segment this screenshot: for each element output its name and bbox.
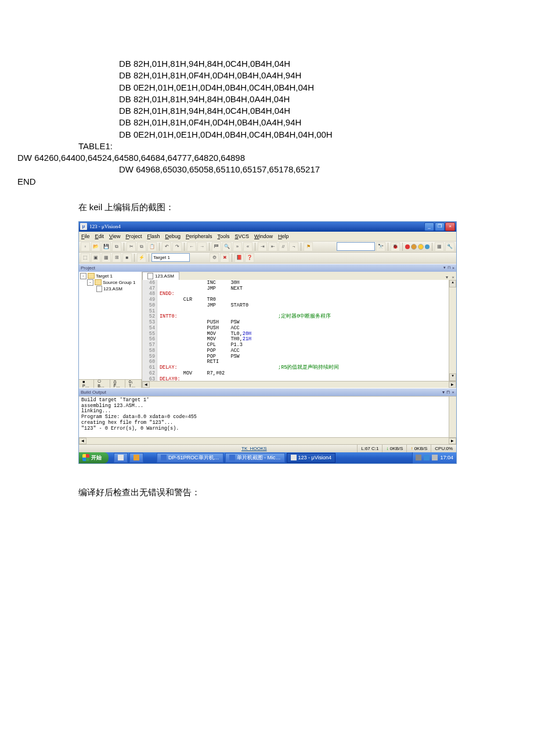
help-icon[interactable]: ❓ [245, 253, 254, 262]
tab-dropdown-icon[interactable]: ▾ [444, 275, 450, 280]
paste-icon[interactable]: 📋 [147, 242, 157, 251]
books-icon[interactable]: 📕 [234, 253, 244, 262]
build-hscroll[interactable]: ◀ ▶ [79, 437, 456, 444]
save-icon[interactable]: 💾 [102, 242, 111, 251]
asm-code-block: DB 82H,01H,81H,94H,84H,0C4H,0B4H,04HDB 8… [0, 58, 534, 188]
sidebar-tabs[interactable]: ■ P…⎔ B…{} F…0↓ T… [79, 379, 142, 388]
build-output-header: Build Output ▾ ⊓ × [79, 388, 456, 396]
tray-shield-icon[interactable] [424, 455, 430, 460]
translate-icon[interactable]: ⬚ [81, 253, 90, 262]
close-button[interactable]: × [445, 222, 455, 231]
status-net-down: ↓ 0KB/S [382, 445, 406, 452]
debug-icon[interactable]: 🐞 [391, 242, 400, 251]
nav-fwd-icon[interactable]: → [197, 242, 207, 251]
config-icon[interactable]: ⚑ [304, 242, 313, 251]
scroll-right-icon[interactable]: ▶ [449, 381, 456, 388]
taskbar-app-1[interactable] [114, 453, 128, 463]
maximize-button[interactable]: ❐ [435, 222, 445, 231]
find-next-icon[interactable]: » [233, 242, 242, 251]
status-cpu: CPU:0% [431, 445, 456, 452]
menu-window[interactable]: Window [254, 233, 273, 239]
sidebar-tab[interactable]: ⎔ B… [94, 380, 110, 388]
uncomment-icon[interactable]: ¬ [289, 242, 298, 251]
build-vscroll[interactable] [449, 397, 456, 437]
cut-icon[interactable]: ✂ [127, 242, 136, 251]
taskbar-item-1[interactable]: DP-51PROC单片机… [157, 453, 223, 463]
system-tray[interactable]: 17:04 [412, 452, 456, 463]
build-dropdown-icon[interactable]: ▾ [442, 390, 445, 395]
status-link[interactable]: TK_HOOKS [79, 446, 357, 451]
menu-flash[interactable]: Flash [147, 233, 160, 239]
bookmark-icon[interactable]: ⛿ [212, 242, 221, 251]
search-combo[interactable] [337, 242, 375, 251]
manage-icon[interactable]: ✖ [220, 253, 229, 262]
menu-view[interactable]: View [109, 233, 120, 239]
binoculars-icon[interactable]: 🔭 [376, 242, 385, 251]
tools-icon[interactable]: 🔧 [445, 242, 454, 251]
find-prev-icon[interactable]: « [243, 242, 252, 251]
horizontal-scrollbar[interactable]: ◀ ▶ [142, 381, 456, 388]
tab-close-icon[interactable]: × [450, 275, 456, 280]
tray-clock[interactable]: 17:04 [440, 455, 453, 460]
scroll-down-icon[interactable]: ▼ [449, 373, 456, 381]
editor-tabs: 123.ASM ▾ × [142, 272, 456, 280]
copy-icon[interactable]: ⧉ [137, 242, 146, 251]
outdent-icon[interactable]: ⇤ [268, 242, 277, 251]
menu-file[interactable]: File [81, 233, 90, 239]
window-icon[interactable]: ▦ [435, 242, 444, 251]
rebuild-icon[interactable]: ▦ [102, 253, 111, 262]
open-file-icon[interactable]: 📂 [91, 242, 100, 251]
menu-edit[interactable]: Edit [95, 233, 104, 239]
menu-peripherals[interactable]: Peripherals [186, 233, 212, 239]
scroll-left-icon[interactable]: ◀ [142, 381, 150, 388]
minimize-button[interactable]: _ [424, 222, 434, 231]
menu-debug[interactable]: Debug [165, 233, 181, 239]
target-combo[interactable]: Target 1 [151, 253, 190, 262]
windows-taskbar: 开始 DP-51PROC单片机… 单片机截图 - Mic… 123 - μVis… [79, 452, 456, 463]
find-icon[interactable]: 🔍 [222, 242, 232, 251]
panel-pin-icon[interactable]: ⊓ [448, 265, 450, 270]
sidebar-tab[interactable]: {} F… [110, 380, 125, 388]
batch-build-icon[interactable]: ⊞ [112, 253, 121, 262]
app1-icon [118, 455, 124, 460]
taskbar-app-2[interactable] [129, 453, 143, 463]
nav-back-icon[interactable]: ← [187, 242, 196, 251]
stop-build-icon[interactable]: ■ [122, 253, 132, 262]
line-gutter: 4647484950515253545556575859606162636465… [142, 280, 157, 381]
sidebar-tab[interactable]: 0↓ T… [125, 380, 142, 388]
menu-project[interactable]: Project [125, 233, 142, 239]
sidebar-tab[interactable]: ■ P… [79, 380, 94, 388]
build-output-title: Build Output [81, 390, 106, 395]
editor-tab-active[interactable]: 123.ASM [142, 272, 179, 280]
caption-no-errors: 编译好后检查出无错误和警告： [0, 487, 534, 498]
build-icon[interactable]: ▣ [91, 253, 100, 262]
tray-icon-1[interactable] [416, 455, 421, 460]
project-panel-title: Project [81, 265, 95, 271]
save-all-icon[interactable]: ⧉ [112, 242, 121, 251]
panel-close-icon[interactable]: × [452, 266, 454, 270]
options-icon[interactable]: ⚙ [210, 253, 219, 262]
redo-icon[interactable]: ↷ [172, 242, 182, 251]
project-tree[interactable]: -Target 1 -Source Group 1 123.ASM [79, 272, 142, 379]
tray-volume-icon[interactable] [432, 455, 438, 460]
comment-icon[interactable]: // [279, 242, 288, 251]
code-editor[interactable]: 4647484950515253545556575859606162636465… [142, 280, 456, 381]
build-output[interactable]: Build target 'Target 1'assembling 123.AS… [79, 396, 456, 437]
new-file-icon[interactable]: ▫ [81, 242, 90, 251]
taskbar-item-2[interactable]: 单片机截图 - Mic… [225, 453, 285, 463]
download-icon[interactable]: ⚡ [137, 253, 146, 262]
code-area[interactable]: INC 30H JMP NEXTENDD: CLR TR0 JMP START0… [157, 280, 449, 381]
vertical-scrollbar[interactable]: ▲ ▼ [449, 280, 456, 381]
taskbar-item-active[interactable]: 123 - μVision4 [287, 453, 336, 463]
caption-keil: 在 keil 上编辑后的截图： [0, 202, 534, 213]
start-button[interactable]: 开始 [79, 452, 109, 463]
scroll-up-icon[interactable]: ▲ [449, 280, 456, 287]
menu-help[interactable]: Help [278, 233, 289, 239]
indent-icon[interactable]: ⇥ [258, 242, 267, 251]
undo-icon[interactable]: ↶ [162, 242, 171, 251]
build-pin-icon[interactable]: ⊓ [446, 390, 450, 395]
build-close-icon[interactable]: × [452, 390, 454, 395]
panel-dropdown-icon[interactable]: ▾ [443, 265, 446, 270]
menu-tools[interactable]: Tools [218, 233, 230, 239]
menu-svcs[interactable]: SVCS [235, 233, 250, 239]
